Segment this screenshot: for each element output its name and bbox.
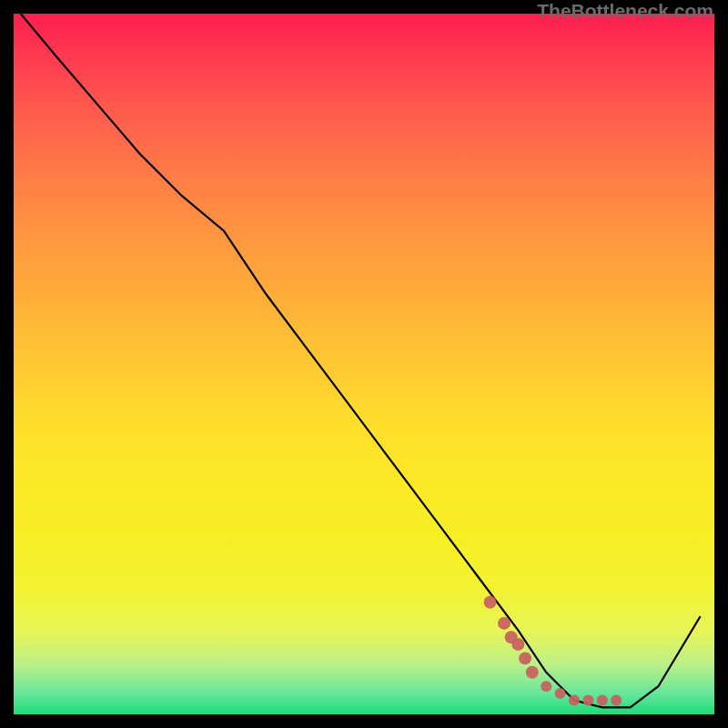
highlight-dot [541, 681, 551, 692]
chart-container: TheBottleneck.com [0, 0, 728, 728]
highlight-dot [582, 695, 593, 706]
highlight-dot [597, 695, 608, 706]
highlight-dot [511, 638, 524, 651]
highlight-dot [526, 666, 539, 679]
highlight-dot [569, 695, 580, 706]
bottleneck-curve [21, 14, 701, 707]
highlight-dot [484, 596, 497, 609]
curve-path [21, 14, 701, 707]
chart-svg [14, 14, 714, 714]
highlight-dot [519, 652, 531, 664]
highlight-dot [555, 688, 566, 699]
highlight-dot [611, 695, 622, 706]
watermark-text: TheBottleneck.com [537, 0, 713, 22]
highlight-dot [498, 617, 511, 630]
